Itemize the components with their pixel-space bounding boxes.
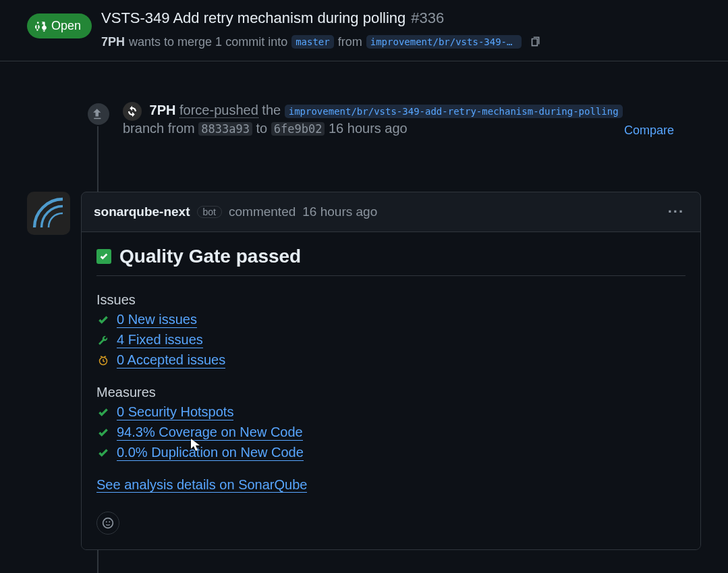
check-icon <box>96 426 110 439</box>
svg-point-3 <box>109 521 110 522</box>
force-pushed-link[interactable]: force-pushed <box>179 103 258 118</box>
compare-link[interactable]: Compare <box>624 124 674 138</box>
to-sha[interactable]: 6fe9b02 <box>271 122 325 136</box>
event-time: 16 hours ago <box>329 121 408 136</box>
wrench-icon <box>96 333 110 347</box>
force-push-event: 7PH force-pushed the improvement/br/vsts… <box>27 102 701 138</box>
comment-body: Quality Gate passed Issues 0 New issues4… <box>82 232 700 549</box>
actor-avatar[interactable] <box>123 102 142 121</box>
check-icon <box>96 406 110 419</box>
sync-icon <box>126 105 138 117</box>
check-icon <box>96 313 110 327</box>
from-word: from <box>338 35 362 49</box>
metric-link[interactable]: 0 Security Hotspots <box>117 404 233 420</box>
metric-row: 0 Accepted issues <box>96 352 685 369</box>
measures-heading: Measures <box>96 385 685 400</box>
from-sha[interactable]: 8833a93 <box>198 122 252 136</box>
quality-gate-heading: Quality Gate passed <box>96 246 685 276</box>
sonarqube-comment: sonarqube-next bot commented 16 hours ag… <box>81 192 701 550</box>
pr-header-main: VSTS-349 Add retry mechanism during poll… <box>101 9 728 51</box>
metric-row: 0.0% Duplication on New Code <box>96 445 685 461</box>
comment-menu-button[interactable]: ··· <box>664 202 688 222</box>
measures-list: 0 Security Hotspots94.3% Coverage on New… <box>96 404 685 461</box>
to-word: to <box>256 121 268 136</box>
pr-title: VSTS-349 Add retry mechanism during poll… <box>101 9 405 27</box>
the-word: the <box>262 103 281 117</box>
clock-icon <box>96 354 110 367</box>
pr-author[interactable]: 7PH <box>101 35 125 49</box>
metric-link[interactable]: 0.0% Duplication on New Code <box>117 445 304 461</box>
pr-state-badge: Open <box>27 13 92 38</box>
branch-word: branch from <box>123 121 195 136</box>
bot-label: bot <box>197 206 222 218</box>
issues-heading: Issues <box>96 292 685 308</box>
pr-state-label: Open <box>51 19 81 33</box>
copy-branch-button[interactable] <box>526 32 544 51</box>
metric-row: 0 Security Hotspots <box>96 404 685 420</box>
comment-author[interactable]: sonarqube-next <box>94 204 190 219</box>
qg-pass-icon <box>96 249 111 264</box>
comment-time[interactable]: 16 hours ago <box>302 204 377 219</box>
issues-list: 0 New issues4 Fixed issues0 Accepted iss… <box>96 312 685 369</box>
comment-wrap: sonarqube-next bot commented 16 hours ag… <box>27 192 701 550</box>
head-branch-chip[interactable]: improvement/br/vsts-349-a… <box>366 35 522 49</box>
git-pr-icon <box>35 20 47 32</box>
check-icon <box>96 446 110 460</box>
metric-link[interactable]: 0 New issues <box>117 312 197 328</box>
metric-row: 4 Fixed issues <box>96 332 685 348</box>
event-branch-chip[interactable]: improvement/br/vsts-349-add-retry-mechan… <box>285 105 623 118</box>
copy-icon <box>529 36 541 48</box>
base-branch-chip[interactable]: master <box>291 35 334 49</box>
timeline: 7PH force-pushed the improvement/br/vsts… <box>0 102 728 573</box>
bot-avatar[interactable] <box>27 192 70 235</box>
smile-icon <box>102 517 114 529</box>
metric-link[interactable]: 4 Fixed issues <box>117 332 203 348</box>
metric-link[interactable]: 0 Accepted issues <box>117 352 225 369</box>
metric-row: 94.3% Coverage on New Code <box>96 425 685 441</box>
pr-merge-desc: 7PH wants to merge 1 commit into master … <box>101 32 728 51</box>
svg-point-1 <box>103 518 113 528</box>
merge-text: wants to merge 1 commit into <box>129 35 287 49</box>
metric-row: 0 New issues <box>96 312 685 328</box>
commented-word: commented <box>229 204 296 219</box>
qg-title-text: Quality Gate passed <box>119 246 301 267</box>
add-reaction-button[interactable] <box>96 512 119 535</box>
pr-number: #336 <box>411 9 444 27</box>
force-push-badge <box>86 102 111 126</box>
sonarqube-icon <box>30 194 67 232</box>
force-push-icon <box>92 108 105 120</box>
svg-point-2 <box>106 521 107 522</box>
details-link[interactable]: See analysis details on SonarQube <box>96 477 307 493</box>
comment-header: sonarqube-next bot commented 16 hours ag… <box>82 192 700 232</box>
event-actor[interactable]: 7PH <box>150 103 176 117</box>
pr-header: Open VSTS-349 Add retry mechanism during… <box>0 0 728 61</box>
metric-link[interactable]: 94.3% Coverage on New Code <box>117 425 303 441</box>
